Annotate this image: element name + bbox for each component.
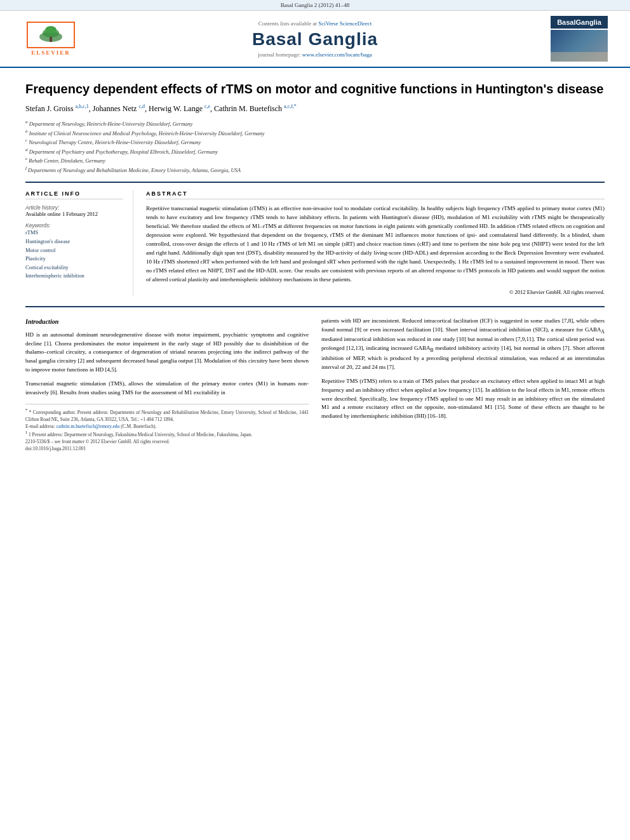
abstract-col: ABSTRACT Repetitive transcranial magneti… [146,190,605,297]
article-info-label: ARTICLE INFO [25,190,123,199]
affiliation-c: c Neurological Therapy Centre, Heinrich-… [25,137,605,147]
journal-logo-right: BasalGanglia [541,16,617,62]
journal-cover-image [551,30,608,62]
keyword-hd: Huntington's disease [25,237,123,246]
affiliations: a Department of Neurology, Heinrich-Hein… [25,119,605,174]
authors-line: Stefan J. Groiss a,b,c,1, Johannes Netz … [25,103,605,114]
right-para-1: patients with HD are inconsistent. Reduc… [321,317,605,372]
info-abstract-section: ARTICLE INFO Article history: Available … [25,182,605,297]
corresponding-author-note: * * Corresponding author. Present addres… [25,408,309,423]
keyword-motor: Motor control [25,246,123,255]
abstract-text: Repetitive transcranial magnetic stimula… [146,204,605,297]
email-address: cathrin.m.buetefisch@emory.edu [57,423,120,429]
sciverse-link: Contents lists available at SciVerse Sci… [89,20,541,27]
intro-para-2: Transcranial magnetic stimulation (TMS),… [25,380,309,397]
journal-header: ELSEVIER Contents lists available at Sci… [0,11,630,68]
keyword-rtms: rTMS [25,229,123,237]
copyright-line: © 2012 Elsevier GmbH. All rights reserve… [146,288,605,297]
elsevier-tree-icon [32,24,70,43]
right-para-2: Repetitive TMS (rTMS) refers to a train … [321,377,605,422]
affiliation-a: a Department of Neurology, Heinrich-Hein… [25,119,605,128]
journal-header-center: Contents lists available at SciVerse Sci… [89,20,541,58]
history-value: Available online 1 February 2012 [25,211,123,217]
banner-text: Basal Ganglia 2 (2012) 41–48 [281,2,349,8]
basal-ganglia-logo: BasalGanglia [551,16,608,29]
body-columns: Introduction HD is an autosomal dominant… [25,317,605,453]
svg-point-2 [45,26,57,34]
left-body-col: Introduction HD is an autosomal dominant… [25,317,309,453]
article-title: Frequency dependent effects of rTMS on m… [25,81,605,97]
keyword-inter: Interhemispheric inhibition [25,272,123,281]
article-info-col: ARTICLE INFO Article history: Available … [25,190,133,297]
affiliation-d: d Department of Psychiatry and Psychothe… [25,147,605,156]
history-label: Article history: [25,204,123,211]
homepage-link: www.elsevier.com/locate/baga [302,51,372,58]
right-body-col: patients with HD are inconsistent. Reduc… [321,317,605,453]
abstract-label: ABSTRACT [146,190,605,199]
elsevier-branding: ELSEVIER [13,22,89,56]
keyword-cortical: Cortical excitability [25,263,123,272]
introduction-heading: Introduction [25,317,309,327]
main-content: Frequency dependent effects of rTMS on m… [0,68,630,465]
doi-line: doi:10.1016/j.baga.2011.12.001 [25,445,309,452]
email-note: E-mail address: cathrin.m.buetefisch@emo… [25,423,309,430]
affiliation-e: e Rehab Center, Dinslaken, Germany [25,156,605,165]
top-banner: Basal Ganglia 2 (2012) 41–48 [0,0,630,11]
intro-para-1: HD is an autosomal dominant neurodegener… [25,331,309,375]
sciverse-brand: SciVerse ScienceDirect [318,20,372,27]
affiliation-f: f Departments of Neurology and Rehabilit… [25,165,605,175]
issn-line: 2210-5336/$ – see front matter © 2012 El… [25,438,309,445]
body-divider [25,306,605,307]
affiliation-b: b Institute of Clinical Neuroscience and… [25,128,605,138]
keyword-plasticity: Plasticity [25,255,123,263]
footnote-block: * * Corresponding author. Present addres… [25,404,309,453]
keywords-label: Keywords: [25,222,123,229]
elsevier-logo-box [27,22,75,48]
journal-title: Basal Ganglia [89,29,541,50]
svg-rect-3 [50,37,52,42]
journal-homepage: journal homepage: www.elsevier.com/locat… [89,51,541,58]
elsevier-text: ELSEVIER [31,50,70,56]
footnote1-note: 1 1 Present address: Department of Neuro… [25,430,309,438]
